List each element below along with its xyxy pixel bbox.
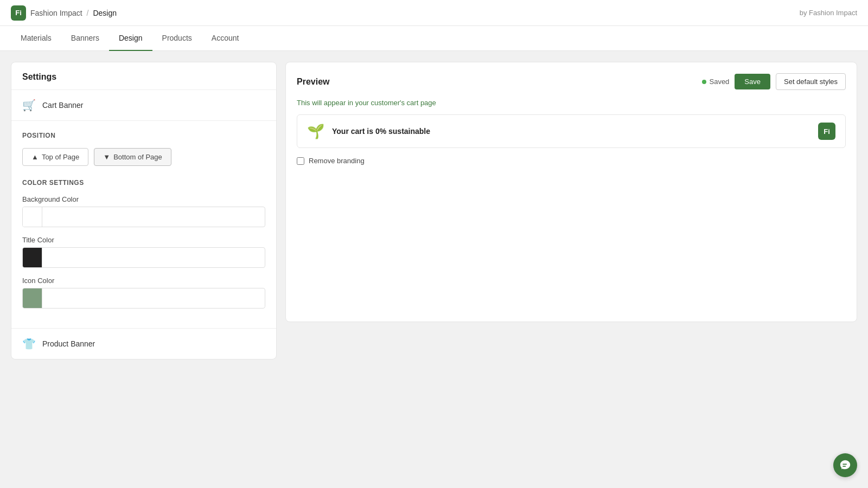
settings-body: POSITION ▲ Top of Page ▼ Bottom of Page …	[11, 121, 276, 328]
title-color-swatch[interactable]	[23, 248, 42, 267]
preview-title: Preview	[297, 77, 329, 87]
remove-branding-row: Remove branding	[297, 157, 846, 165]
topbar-by-label: by Fashion Impact	[800, 9, 857, 17]
preview-actions: Saved Save Set default styles	[702, 73, 846, 90]
icon-color-input[interactable]: #7e9d7e	[42, 290, 265, 307]
bottom-arrow-icon: ▼	[103, 153, 110, 161]
settings-panel: Settings 🛒 Cart Banner POSITION ▲ Top of…	[11, 62, 277, 359]
saved-dot	[702, 80, 706, 84]
bg-color-input[interactable]: #ffffff	[42, 209, 265, 226]
title-color-field: Title Color #222121	[22, 236, 265, 268]
bg-color-field: Background Color #ffffff	[22, 195, 265, 227]
breadcrumb-separator: /	[87, 9, 89, 17]
breadcrumb-current: Design	[93, 9, 117, 17]
topbar-left: Fi Fashion Impact / Design	[11, 5, 117, 21]
breadcrumb-app: Fashion Impact	[30, 9, 82, 17]
tab-design[interactable]: Design	[109, 26, 152, 51]
title-color-input[interactable]: #222121	[42, 249, 265, 266]
bottom-of-page-button[interactable]: ▼ Bottom of Page	[94, 148, 171, 166]
main-layout: Settings 🛒 Cart Banner POSITION ▲ Top of…	[0, 51, 868, 370]
product-banner-label: Product Banner	[42, 339, 95, 348]
nav-tabs: Materials Banners Design Products Accoun…	[0, 26, 868, 51]
bg-color-swatch[interactable]	[23, 207, 42, 227]
cart-banner-left: 🌱 Your cart is 0% sustainable	[307, 123, 430, 140]
top-arrow-icon: ▲	[31, 153, 39, 161]
plant-icon: 🌱	[307, 123, 324, 140]
position-section-title: POSITION	[22, 132, 265, 139]
save-button[interactable]: Save	[735, 74, 770, 89]
cart-banner-section[interactable]: 🛒 Cart Banner	[11, 90, 276, 121]
cart-icon: 🛒	[22, 99, 36, 112]
color-settings-title: COLOR SETTINGS	[22, 179, 265, 187]
title-color-input-row: #222121	[22, 247, 265, 268]
bg-color-input-row: #ffffff	[22, 207, 265, 227]
fi-logo-box: Fi	[818, 123, 835, 140]
icon-color-field: Icon Color #7e9d7e	[22, 277, 265, 309]
fi-logo-text: Fi	[824, 127, 830, 136]
icon-color-input-row: #7e9d7e	[22, 288, 265, 309]
app-logo: Fi	[11, 5, 26, 21]
icon-color-swatch[interactable]	[23, 288, 42, 308]
top-of-page-button[interactable]: ▲ Top of Page	[22, 148, 88, 166]
cart-banner-preview-text: Your cart is 0% sustainable	[332, 127, 430, 136]
remove-branding-label: Remove branding	[309, 157, 365, 165]
remove-branding-checkbox[interactable]	[297, 157, 304, 165]
preview-notice: This will appear in your customer's cart…	[297, 99, 846, 107]
settings-title: Settings	[11, 62, 276, 90]
position-group: ▲ Top of Page ▼ Bottom of Page	[22, 148, 265, 166]
tab-banners[interactable]: Banners	[61, 26, 109, 51]
tab-materials[interactable]: Materials	[11, 26, 61, 51]
saved-indicator: Saved	[702, 78, 729, 86]
saved-label: Saved	[709, 78, 729, 86]
product-banner-icon: 👕	[22, 337, 36, 350]
topbar: Fi Fashion Impact / Design by Fashion Im…	[0, 0, 868, 26]
preview-header: Preview Saved Save Set default styles	[297, 73, 846, 90]
bg-color-label: Background Color	[22, 195, 265, 203]
cart-banner-preview: 🌱 Your cart is 0% sustainable Fi	[297, 114, 846, 148]
top-of-page-label: Top of Page	[42, 153, 79, 161]
title-color-label: Title Color	[22, 236, 265, 244]
cart-banner-label: Cart Banner	[42, 101, 83, 110]
tab-products[interactable]: Products	[152, 26, 202, 51]
icon-color-label: Icon Color	[22, 277, 265, 285]
set-default-styles-button[interactable]: Set default styles	[776, 73, 846, 90]
breadcrumb: Fashion Impact / Design	[30, 9, 117, 17]
product-banner-section[interactable]: 👕 Product Banner	[11, 328, 276, 359]
preview-panel: Preview Saved Save Set default styles Th…	[285, 62, 857, 322]
tab-account[interactable]: Account	[202, 26, 249, 51]
bottom-of-page-label: Bottom of Page	[113, 153, 162, 161]
